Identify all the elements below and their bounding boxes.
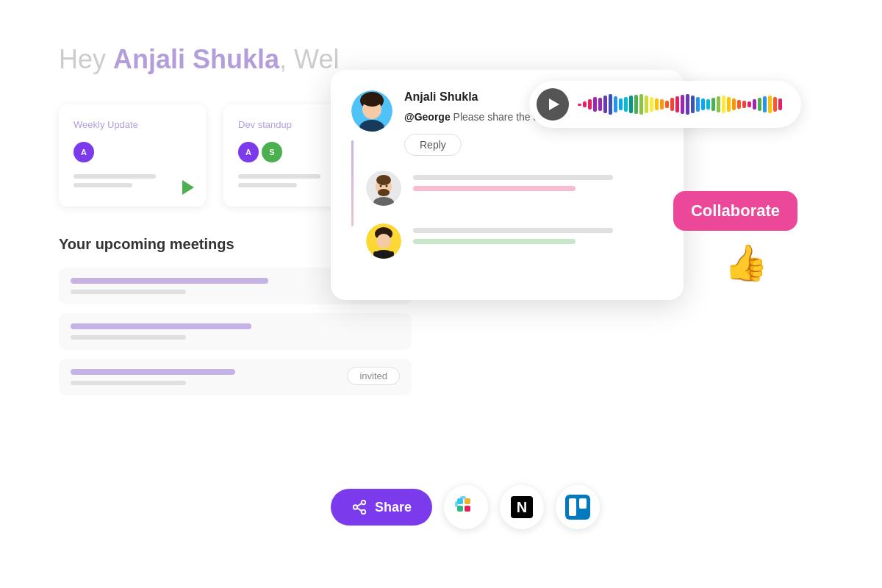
trello-icon-button[interactable] <box>556 485 600 529</box>
reply-line-1b <box>413 186 576 191</box>
integration-bar: Share N <box>331 485 600 529</box>
meeting-line-3b <box>71 381 186 385</box>
reply-button[interactable]: Reply <box>404 134 462 156</box>
card-line-2 <box>74 183 132 187</box>
svg-rect-25 <box>465 498 470 504</box>
message-mention: @George <box>404 111 451 123</box>
avatar-as1: A <box>238 142 259 162</box>
meeting-line-2a <box>71 323 251 329</box>
svg-point-3 <box>362 93 382 107</box>
notion-logo: N <box>511 496 533 518</box>
avatar-as2: S <box>262 142 282 162</box>
svg-line-22 <box>357 508 362 511</box>
svg-rect-24 <box>457 506 463 512</box>
meeting-item-3[interactable]: invited <box>59 359 412 395</box>
share-icon <box>351 499 368 515</box>
reply-avatar-2 <box>366 223 401 259</box>
card-title-weekly: Weekly Update <box>74 119 191 130</box>
reply-line-2b <box>413 239 576 244</box>
svg-rect-17 <box>373 251 394 256</box>
svg-point-10 <box>380 185 382 187</box>
svg-line-21 <box>357 503 362 506</box>
meeting-line-3a <box>71 369 235 375</box>
slack-icon-button[interactable] <box>444 485 488 529</box>
svg-rect-27 <box>455 501 458 507</box>
thumbs-up-emoji: 👍 <box>724 243 768 284</box>
reply-lines-1 <box>413 171 663 197</box>
share-button[interactable]: Share <box>331 489 432 526</box>
reply-item-1 <box>351 171 663 206</box>
invited-badge: invited <box>347 367 400 385</box>
reply-lines-2 <box>413 223 663 250</box>
svg-point-15 <box>376 234 391 248</box>
svg-rect-28 <box>460 496 466 499</box>
collaborate-badge: Collaborate <box>673 191 797 231</box>
collaborate-label: Collaborate <box>691 201 780 220</box>
meeting-line-1a <box>71 278 268 284</box>
reply-item-2 <box>351 223 663 259</box>
trello-logo <box>565 495 590 520</box>
card-line-4 <box>238 183 297 187</box>
reply-avatar-1 <box>366 171 401 206</box>
audio-card <box>529 81 801 128</box>
meeting-line-2b <box>71 335 186 340</box>
card-line-3 <box>238 174 320 179</box>
reply-line-2a <box>413 228 613 233</box>
card-line-1 <box>74 174 156 179</box>
thread-divider <box>351 140 354 226</box>
svg-point-19 <box>354 505 358 509</box>
avatar-group-weekly: A <box>74 142 191 162</box>
meeting-item-2[interactable] <box>59 313 412 350</box>
meeting-card-weekly[interactable]: Weekly Update A <box>59 104 206 207</box>
audio-play-button[interactable] <box>537 88 569 121</box>
reply-line-1a <box>413 175 613 180</box>
slack-logo <box>453 495 478 520</box>
notion-icon-button[interactable]: N <box>500 485 544 529</box>
svg-point-18 <box>362 501 366 505</box>
user-avatar <box>351 90 392 132</box>
svg-point-20 <box>362 510 366 514</box>
svg-point-9 <box>378 189 390 196</box>
svg-point-11 <box>386 185 388 187</box>
avatar-a: A <box>74 142 94 162</box>
svg-point-8 <box>376 175 391 185</box>
play-arrow-icon[interactable] <box>182 180 194 195</box>
svg-rect-26 <box>465 506 470 512</box>
share-label: Share <box>375 500 412 515</box>
meeting-line-1b <box>71 290 186 294</box>
svg-rect-23 <box>457 498 463 504</box>
waveform-visualization <box>578 93 786 116</box>
